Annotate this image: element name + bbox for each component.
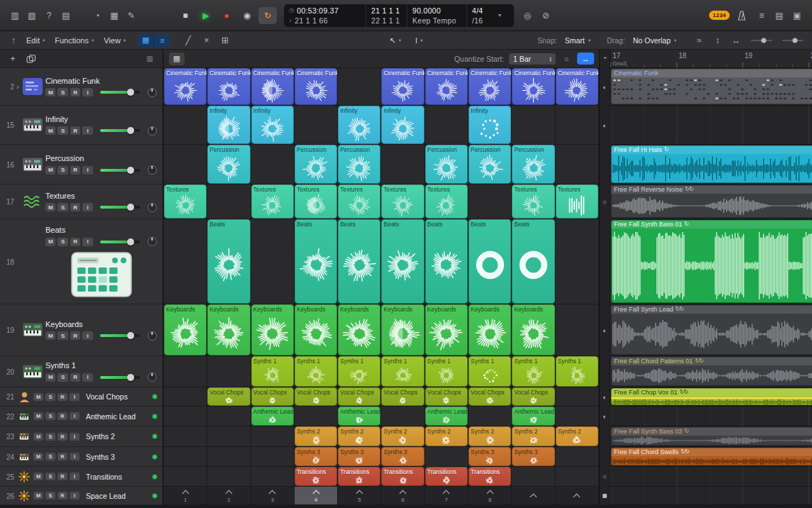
record-enable-button[interactable]: R [57, 492, 67, 499]
loop-cell-infinity-col10[interactable] [556, 106, 599, 144]
track-icon-keys2[interactable] [18, 432, 31, 441]
loop-cell-synths-2-col1[interactable] [164, 426, 207, 446]
loop-cell-transitions-col10[interactable] [556, 467, 599, 486]
track-header-cinematic-funk[interactable]: 2›Cinematic FunkMSRI [0, 68, 163, 106]
loop-cell-beats-col4[interactable]: Beats [295, 219, 338, 304]
loop-cell-synths-2-col5[interactable]: Synths 2 [338, 426, 381, 446]
scene-trigger-3[interactable]: 3 [251, 487, 295, 504]
mute-button[interactable]: M [45, 203, 55, 211]
track-header-space-lead[interactable]: 26MSRISpace Lead [0, 487, 163, 505]
volume-thumb[interactable] [127, 204, 134, 211]
browsers-icon[interactable]: ▣ [789, 9, 805, 23]
loop-cell-beats-col9[interactable]: Beats [512, 219, 555, 304]
drag-select[interactable]: No Overlap▾ [630, 35, 680, 46]
duplicate-track-button[interactable] [24, 53, 38, 65]
tracks-view-toggle[interactable]: ≡ [154, 34, 170, 47]
editors-icon[interactable]: ✎ [124, 9, 139, 23]
track-header-synths-1[interactable]: 20Synths 1MSRI [0, 356, 163, 387]
track-header-transitions[interactable]: 25MSRITransitions [0, 467, 163, 487]
loop-cell-beats-col6[interactable]: Beats [381, 219, 424, 304]
loop-cell-synths-3-col9[interactable]: Synths 3 [512, 447, 555, 466]
mute-button[interactable]: M [45, 373, 55, 382]
track-icon-vocal[interactable] [18, 391, 31, 403]
loop-cell-synths-1-col10[interactable]: Synths 1 [556, 356, 599, 387]
loop-cell-percussion-col4[interactable]: Percussion [295, 145, 338, 184]
loop-cell-beats-col3[interactable] [251, 219, 295, 304]
loop-cell-textures-col5[interactable]: Textures [338, 184, 381, 219]
vertical-zoom-icon[interactable]: ↕ [710, 33, 725, 48]
scene-trigger-6[interactable]: 6 [381, 487, 424, 504]
loop-cell-textures-col2[interactable] [207, 184, 251, 219]
mute-button[interactable]: M [45, 88, 55, 96]
loop-cell-cinematic-funk-col3[interactable]: Cinematic Funk [251, 68, 295, 105]
region-free-fall-chord-swells[interactable]: Free Fall Chord Swells↻↻ [611, 448, 812, 465]
region-free-fall-synth-bass-01[interactable]: Free Fall Synth Bass 01↻ [611, 220, 812, 303]
loop-cell-cinematic-funk-col6[interactable]: Cinematic Funk [381, 68, 424, 105]
loop-cell-percussion-col7[interactable]: Percussion [425, 145, 468, 184]
mute-button[interactable]: M [45, 331, 55, 340]
metronome-icon[interactable] [734, 9, 750, 23]
loop-cell-keyboards-col2[interactable]: Keyboards [207, 304, 251, 355]
mute-button[interactable]: M [45, 126, 55, 135]
loop-cell-cinematic-funk-col7[interactable]: Cinematic Funk [425, 68, 468, 105]
track-icon-keys2[interactable] [18, 453, 31, 461]
loop-cell-percussion-col5[interactable]: Percussion [338, 145, 381, 184]
region-free-fall-reverse-noise[interactable]: Free Fall Reverse Noise↻↻ [611, 185, 812, 218]
input-monitor-button[interactable]: I [70, 393, 79, 401]
loop-cell-textures-col4[interactable]: Textures [295, 184, 338, 219]
loop-cell-synths-1-col1[interactable] [164, 356, 207, 387]
track-header-anthemic-lead[interactable]: 22MSRIAnthemic Lead [0, 407, 163, 426]
loop-cell-cinematic-funk-col4[interactable]: Cinematic Funk [295, 68, 338, 105]
region-free-fall-synth-lead[interactable]: Free Fall Synth Lead↻↻ [611, 305, 812, 355]
menu-view[interactable]: View▾ [99, 35, 131, 46]
loop-cell-infinity-col6[interactable]: Infinity [381, 106, 424, 144]
row-action-icon[interactable]: ◐ [603, 327, 606, 334]
command-click-tool-menu[interactable]: I▾ [412, 35, 426, 46]
input-monitor-button[interactable]: I [82, 88, 92, 96]
volume-thumb[interactable] [127, 374, 134, 381]
loop-cell-anthemic-lead-col6[interactable] [381, 407, 424, 426]
volume-thumb[interactable] [127, 127, 134, 134]
loop-cell-vocal-chops-col3[interactable]: Vocal Chops [251, 387, 295, 406]
loop-cell-vocal-chops-col4[interactable]: Vocal Chops [295, 387, 338, 406]
loop-cell-synths-2-col7[interactable]: Synths 2 [425, 426, 468, 446]
track-icon-keys[interactable] [21, 364, 44, 379]
track-header-vocal-chops[interactable]: 21MSRIVocal Chops [0, 387, 163, 407]
mute-button[interactable]: M [33, 453, 43, 460]
disclosure-icon[interactable]: › [16, 82, 19, 91]
loop-cell-synths-3-col10[interactable] [556, 447, 599, 466]
loop-cell-percussion-col9[interactable]: Percussion [512, 145, 555, 184]
scene-trigger-10[interactable] [556, 487, 599, 504]
loop-cell-percussion-col6[interactable] [381, 145, 424, 184]
input-monitor-button[interactable]: I [70, 412, 79, 420]
mute-button[interactable]: M [45, 166, 55, 175]
loop-cell-synths-1-col6[interactable]: Synths 1 [381, 356, 424, 387]
solo-button[interactable]: S [45, 492, 55, 499]
track-icon-burst[interactable] [18, 471, 31, 482]
row-action-icon[interactable]: ◐ [603, 413, 606, 420]
loop-cell-cinematic-funk-col9[interactable]: Cinematic Funk [512, 68, 555, 105]
performance-record-button[interactable]: ○ [561, 53, 572, 65]
loop-cell-synths-3-col2[interactable] [207, 447, 251, 466]
solo-button[interactable]: S [45, 473, 55, 480]
loop-cell-textures-col3[interactable]: Textures [251, 184, 295, 219]
loop-cell-vocal-chops-col2[interactable]: Vocal Chops [207, 387, 251, 406]
scene-trigger-4[interactable]: 4 [295, 487, 338, 504]
solo-button[interactable]: S [57, 238, 67, 246]
snap-select[interactable]: Smart▾ [561, 35, 594, 46]
loop-cell-vocal-chops-col5[interactable]: Vocal Chops [338, 387, 381, 406]
solo-button[interactable]: S [57, 126, 67, 135]
record-enable-button[interactable]: R [70, 166, 80, 175]
loop-cell-beats-col1[interactable] [164, 219, 207, 304]
row-action-icon[interactable]: ◐ [603, 84, 606, 91]
loop-cell-anthemic-lead-col4[interactable] [295, 407, 338, 426]
region-free-fall-hi-hats[interactable]: Free Fall Hi Hats↻ [611, 145, 812, 183]
loop-cell-keyboards-col9[interactable]: Keyboards [512, 304, 555, 355]
loop-cell-synths-2-col9[interactable]: Synths 2 [512, 426, 555, 446]
loop-cell-synths-2-col8[interactable]: Synths 2 [468, 426, 512, 446]
input-monitor-button[interactable]: I [70, 492, 79, 499]
solo-button[interactable]: S [45, 412, 55, 420]
record-enable-button[interactable]: R [57, 433, 67, 441]
loop-cell-synths-3-col6[interactable]: Synths 3 [381, 447, 424, 466]
volume-slider[interactable] [100, 334, 140, 337]
